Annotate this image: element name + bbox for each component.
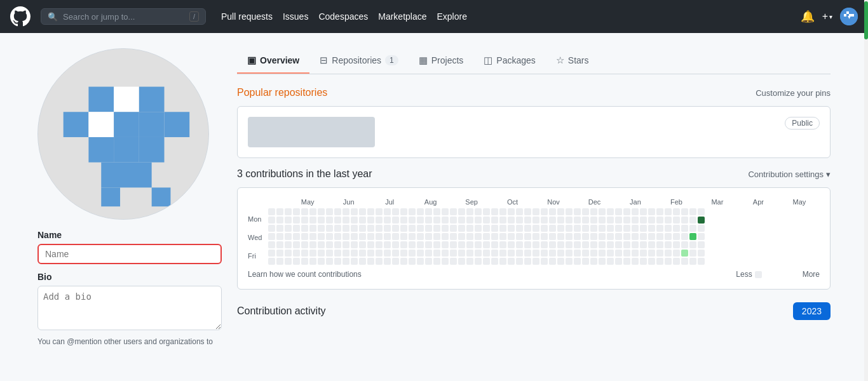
contrib-cell[interactable]: [673, 258, 680, 265]
bio-textarea[interactable]: [37, 286, 222, 330]
contrib-cell[interactable]: [442, 250, 449, 257]
contrib-cell[interactable]: [450, 250, 457, 257]
contrib-cell[interactable]: [293, 225, 300, 232]
contrib-cell[interactable]: [656, 258, 663, 265]
contrib-cell[interactable]: [574, 225, 581, 232]
contrib-cell[interactable]: [541, 250, 548, 257]
contrib-cell[interactable]: [309, 241, 316, 248]
name-input[interactable]: [37, 244, 222, 264]
contrib-cell[interactable]: [508, 250, 515, 257]
contrib-cell[interactable]: [425, 241, 432, 248]
contrib-cell[interactable]: [334, 208, 341, 215]
year-filter-button[interactable]: 2023: [793, 302, 831, 320]
contrib-cell[interactable]: [566, 250, 573, 257]
contrib-cell[interactable]: [425, 217, 432, 224]
contrib-cell[interactable]: [425, 233, 432, 240]
contrib-cell[interactable]: [665, 208, 672, 215]
contrib-cell[interactable]: [466, 233, 473, 240]
contrib-cell[interactable]: [326, 250, 333, 257]
contrib-cell[interactable]: [640, 250, 647, 257]
contrib-cell[interactable]: [309, 258, 316, 265]
contrib-cell[interactable]: [475, 250, 482, 257]
contrib-cell[interactable]: [334, 225, 341, 232]
contrib-cell[interactable]: [491, 217, 498, 224]
tab-stars[interactable]: ☆ Stars: [546, 48, 599, 74]
contrib-cell[interactable]: [450, 258, 457, 265]
contrib-cell[interactable]: [326, 233, 333, 240]
contrib-cell[interactable]: [590, 258, 597, 265]
contrib-cell[interactable]: [524, 241, 531, 248]
contrib-cell[interactable]: [351, 250, 358, 257]
contrib-cell[interactable]: [351, 233, 358, 240]
contrib-cell[interactable]: [301, 233, 308, 240]
contrib-cell[interactable]: [524, 217, 531, 224]
contrib-cell[interactable]: [392, 208, 399, 215]
contrib-cell[interactable]: [632, 241, 639, 248]
contrib-cell[interactable]: [499, 250, 506, 257]
contrib-cell[interactable]: [524, 225, 531, 232]
contrib-cell[interactable]: [318, 258, 325, 265]
contrib-cell[interactable]: [342, 250, 349, 257]
contrib-cell[interactable]: [648, 225, 655, 232]
contrib-cell[interactable]: [549, 250, 556, 257]
contrib-cell[interactable]: [318, 225, 325, 232]
contrib-cell[interactable]: [590, 217, 597, 224]
contrib-cell[interactable]: [524, 208, 531, 215]
contrib-cell[interactable]: [301, 241, 308, 248]
contrib-cell[interactable]: [301, 217, 308, 224]
github-logo-icon[interactable]: [10, 6, 31, 27]
contrib-cell[interactable]: [574, 208, 581, 215]
contrib-cell[interactable]: [417, 233, 424, 240]
contrib-cell[interactable]: [566, 258, 573, 265]
contrib-cell[interactable]: [342, 233, 349, 240]
contrib-cell[interactable]: [673, 208, 680, 215]
contrib-cell[interactable]: [599, 258, 606, 265]
contrib-cell[interactable]: [607, 250, 614, 257]
contrib-cell[interactable]: [409, 208, 416, 215]
contrib-cell[interactable]: [442, 208, 449, 215]
contrib-cell[interactable]: [689, 250, 696, 257]
notification-bell-icon[interactable]: 🔔: [801, 10, 815, 23]
contrib-cell[interactable]: [285, 208, 292, 215]
contrib-cell[interactable]: [409, 250, 416, 257]
contrib-cell[interactable]: [615, 225, 622, 232]
contrib-cell[interactable]: [483, 250, 490, 257]
contrib-cell[interactable]: [623, 233, 630, 240]
contrib-cell[interactable]: [689, 233, 696, 240]
contrib-cell[interactable]: [499, 217, 506, 224]
contrib-cell[interactable]: [532, 225, 539, 232]
contrib-cell[interactable]: [673, 217, 680, 224]
contrib-cell[interactable]: [458, 241, 465, 248]
contrib-cell[interactable]: [632, 225, 639, 232]
contrib-cell[interactable]: [673, 225, 680, 232]
contrib-cell[interactable]: [516, 208, 523, 215]
contrib-cell[interactable]: [342, 208, 349, 215]
contrib-cell[interactable]: [392, 241, 399, 248]
contrib-cell[interactable]: [532, 258, 539, 265]
scrollbar[interactable]: [864, 0, 868, 361]
contrib-cell[interactable]: [590, 225, 597, 232]
contrib-cell[interactable]: [689, 217, 696, 224]
contrib-cell[interactable]: [632, 208, 639, 215]
contrib-cell[interactable]: [400, 250, 407, 257]
contrib-cell[interactable]: [541, 208, 548, 215]
contrib-cell[interactable]: [632, 233, 639, 240]
contrib-cell[interactable]: [689, 225, 696, 232]
contrib-cell[interactable]: [326, 225, 333, 232]
contrib-cell[interactable]: [351, 208, 358, 215]
contrib-cell[interactable]: [334, 250, 341, 257]
contrib-cell[interactable]: [442, 225, 449, 232]
contrib-cell[interactable]: [276, 258, 283, 265]
contrib-cell[interactable]: [508, 208, 515, 215]
contrib-cell[interactable]: [698, 250, 705, 257]
contrib-cell[interactable]: [557, 258, 564, 265]
contrib-cell[interactable]: [392, 217, 399, 224]
contrib-cell[interactable]: [475, 233, 482, 240]
contrib-cell[interactable]: [648, 208, 655, 215]
contrib-cell[interactable]: [326, 241, 333, 248]
contrib-cell[interactable]: [483, 258, 490, 265]
tab-projects[interactable]: ▦ Projects: [409, 48, 474, 74]
contrib-cell[interactable]: [384, 233, 391, 240]
contrib-cell[interactable]: [466, 258, 473, 265]
contrib-cell[interactable]: [268, 233, 275, 240]
